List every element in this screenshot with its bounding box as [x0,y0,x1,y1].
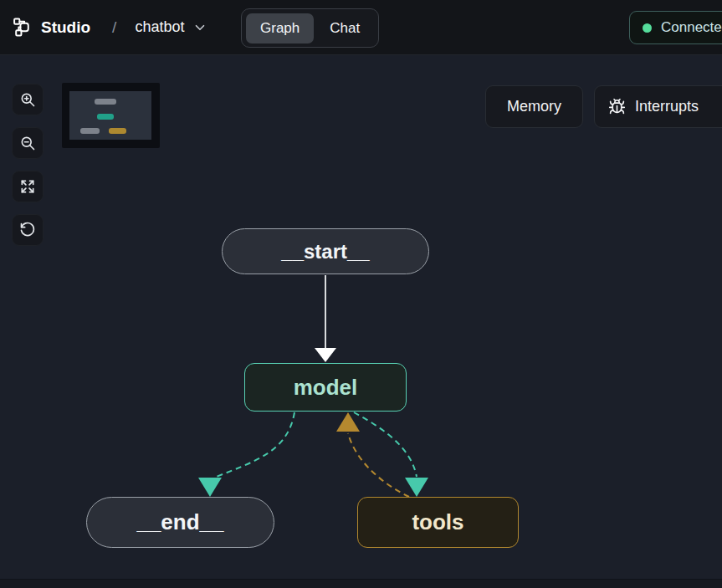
tab-graph[interactable]: Graph [246,13,314,43]
node-start-label: __start__ [281,240,369,263]
graph-node-model[interactable]: model [244,363,407,412]
graph-node-start[interactable]: __start__ [222,228,429,274]
tab-chat[interactable]: Chat [315,13,374,43]
arrowhead-model-to-tools [405,478,428,497]
bottom-panel-edge [0,579,722,588]
graph-node-tools[interactable]: tools [357,497,519,548]
edge-tools-to-model [336,412,409,497]
node-model-label: model [294,375,358,401]
project-selector[interactable]: chatbot [135,18,207,36]
node-tools-label: tools [412,509,463,535]
edge-model-to-tools [354,412,428,497]
top-bar: Studio / chatbot Graph Chat Connected [0,0,722,55]
arrowhead-tools-to-model [336,412,360,432]
project-name: chatbot [135,18,184,36]
connection-status-button[interactable]: Connected [629,11,722,44]
brand: Studio [12,17,90,38]
graph-canvas[interactable]: Memory Interrupts [0,55,722,579]
breadcrumb-separator: / [112,18,116,37]
graph-node-end[interactable]: __end__ [86,497,274,548]
studio-logo-icon [12,17,33,38]
chevron-down-icon [192,20,207,35]
connected-status-dot [643,23,652,33]
edge-model-to-end [198,412,294,497]
node-end-label: __end__ [136,509,223,535]
view-switcher: Graph Chat [241,8,379,48]
app-title: Studio [41,18,90,37]
arrowhead-model-to-end [198,478,222,497]
edge-start-to-model [315,275,336,362]
connection-label: Connected [661,19,722,36]
arrowhead-start-to-model [315,348,336,362]
